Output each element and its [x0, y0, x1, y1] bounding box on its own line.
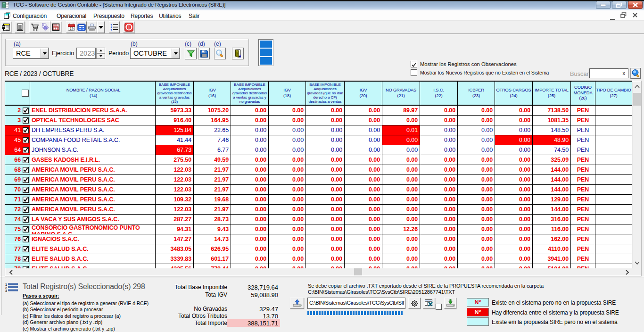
- svg-text:3: 3: [5, 289, 7, 292]
